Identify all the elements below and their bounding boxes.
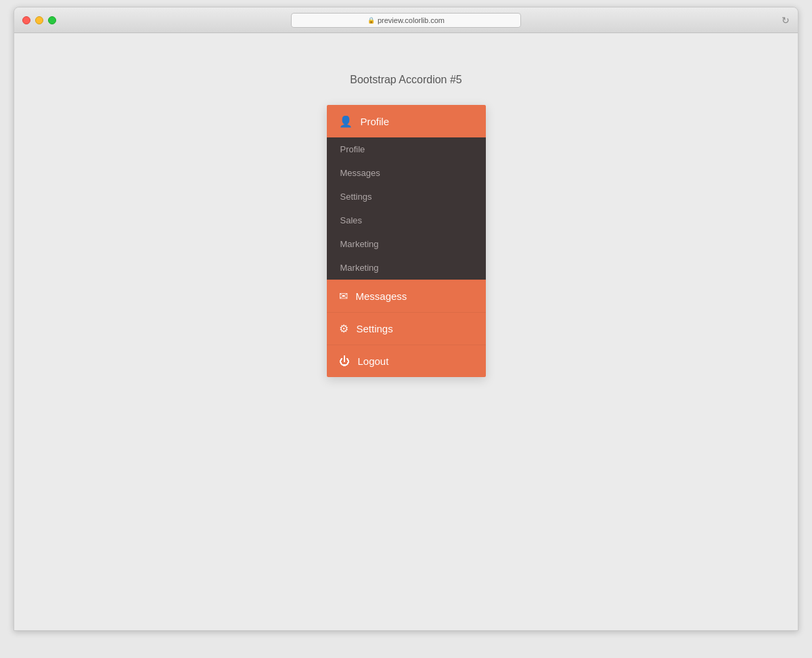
sub-item-messages[interactable]: Messages	[327, 161, 486, 185]
accordion-header-profile[interactable]: 👤 Profile	[327, 105, 486, 137]
sub-item-sales[interactable]: Sales	[327, 209, 486, 232]
accordion-label-profile: Profile	[361, 116, 390, 127]
accordion-label-settings: Settings	[357, 323, 393, 334]
refresh-button[interactable]: ↻	[782, 15, 790, 26]
accordion: 👤 Profile Profile Messages Settings Sale…	[327, 105, 486, 377]
sub-item-profile[interactable]: Profile	[327, 137, 486, 161]
accordion-label-messages: Messagess	[356, 290, 407, 302]
power-icon: ⏻	[339, 355, 350, 368]
person-icon: 👤	[339, 115, 353, 128]
sub-item-settings[interactable]: Settings	[327, 185, 486, 209]
accordion-item-messages: ✉ Messagess	[327, 280, 486, 312]
minimize-button[interactable]	[35, 16, 43, 24]
accordion-item-settings: ⚙ Settings	[327, 312, 486, 345]
browser-content: Bootstrap Accordion #5 👤 Profile Profile…	[14, 33, 798, 630]
sub-item-marketing-1[interactable]: Marketing	[327, 232, 486, 256]
close-button[interactable]	[22, 16, 30, 24]
accordion-item-logout: ⏻ Logout	[327, 345, 486, 377]
envelope-icon: ✉	[339, 290, 348, 303]
maximize-button[interactable]	[48, 16, 56, 24]
url-text: preview.colorlib.com	[378, 16, 445, 24]
window-controls	[22, 16, 56, 24]
lock-icon: 🔒	[367, 17, 375, 24]
sub-item-marketing-2[interactable]: Marketing	[327, 256, 486, 280]
accordion-body-profile: Profile Messages Settings Sales Marketin…	[327, 137, 486, 280]
accordion-header-logout[interactable]: ⏻ Logout	[327, 345, 486, 377]
browser-window: 🔒 preview.colorlib.com ↻ Bootstrap Accor…	[14, 7, 798, 631]
accordion-label-logout: Logout	[358, 355, 389, 367]
page-title: Bootstrap Accordion #5	[350, 74, 461, 86]
gear-icon: ⚙	[339, 322, 348, 335]
accordion-item-profile: 👤 Profile Profile Messages Settings Sale…	[327, 105, 486, 280]
accordion-header-messages[interactable]: ✉ Messagess	[327, 280, 486, 312]
address-bar[interactable]: 🔒 preview.colorlib.com	[291, 13, 521, 28]
accordion-header-settings[interactable]: ⚙ Settings	[327, 312, 486, 345]
browser-titlebar: 🔒 preview.colorlib.com ↻	[14, 7, 798, 33]
